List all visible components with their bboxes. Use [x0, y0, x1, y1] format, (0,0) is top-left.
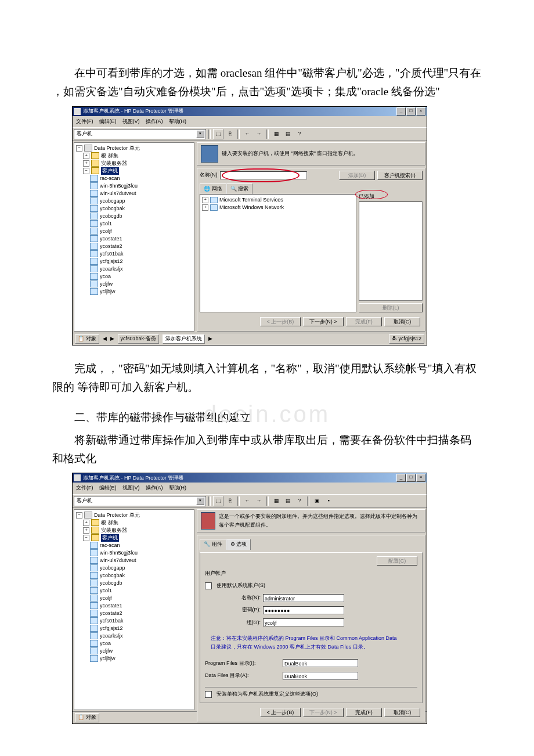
maximize-button[interactable]: □ — [406, 107, 416, 116]
toolbar-back-icon[interactable]: ← — [242, 129, 252, 139]
cancel-button[interactable]: 取消(C) — [384, 317, 420, 326]
program-files-input[interactable]: DualBook — [283, 659, 358, 667]
tree-client[interactable]: ycfs01bak — [100, 617, 124, 625]
finish-button[interactable]: 完成(F) — [346, 317, 382, 326]
context-dropdown[interactable]: 客户机 ▾ — [74, 129, 206, 139]
tree-client[interactable]: ycol1 — [100, 220, 112, 228]
tree-collapse-icon[interactable]: − — [83, 535, 89, 541]
menu-view[interactable]: 视图(V) — [122, 117, 140, 126]
tree-client[interactable]: ycobcgbak — [100, 572, 125, 579]
tree-expand-icon[interactable]: + — [202, 197, 208, 203]
toolbar-icon-4[interactable]: ▤ — [283, 496, 293, 506]
tree-collapse-icon[interactable]: − — [76, 512, 82, 519]
tree-collapse-icon[interactable]: − — [76, 145, 82, 152]
context-dropdown[interactable]: 客户机 ▾ — [74, 496, 206, 506]
tree-client[interactable]: rac-scan — [100, 542, 120, 549]
tree-client[interactable]: ycobcgapp — [100, 564, 125, 572]
tab-components[interactable]: 🔧 组件 — [200, 539, 226, 549]
tree-client[interactable]: win-5hn5cgj3fcu — [100, 182, 138, 190]
username-input[interactable]: administrator — [263, 594, 344, 602]
use-default-checkbox[interactable] — [205, 582, 212, 589]
tree-client[interactable]: ycfgjsjs12 — [100, 625, 123, 632]
tree-client[interactable]: ycostate1 — [100, 602, 122, 610]
tree-client[interactable]: ycljbjw — [100, 655, 116, 663]
tree-client[interactable]: ycoljf — [100, 595, 112, 602]
tab-options[interactable]: ⚙ 选项 — [226, 539, 251, 549]
status-nav-prev-icon[interactable]: ◀ — [103, 334, 107, 343]
tree-client[interactable]: win-5hn5cgj3fcu — [100, 549, 138, 557]
group-input[interactable]: ycoljf — [263, 618, 344, 627]
tree-client[interactable]: ycostate2 — [100, 610, 122, 617]
toolbar-icon-4[interactable]: ▤ — [283, 129, 293, 139]
status-tab-1[interactable]: ycfs01bak-备份 — [118, 334, 160, 344]
minimize-button[interactable]: _ — [396, 474, 406, 482]
menu-edit[interactable]: 编辑(E) — [99, 117, 117, 126]
maximize-button[interactable]: □ — [406, 474, 416, 482]
tree-client[interactable]: ycfs01bak — [100, 250, 124, 258]
toolbar-icon-5[interactable]: ? — [294, 129, 305, 139]
tree-group-clients[interactable]: 客户机 — [101, 534, 119, 542]
status-nav-next2-icon[interactable]: ▶ — [208, 334, 212, 343]
tree-client[interactable]: ycostate1 — [100, 235, 122, 243]
prev-button[interactable]: < 上一步(B) — [260, 317, 301, 326]
toolbar-icon-3[interactable]: ▦ — [271, 129, 282, 139]
add-button[interactable]: 添加(D) — [339, 171, 375, 180]
tree-client[interactable]: ycoa — [100, 273, 111, 280]
tree-client[interactable]: win-uls7dutveut — [100, 557, 136, 564]
tree-expand-icon[interactable]: + — [83, 527, 89, 534]
menu-file[interactable]: 文件(F) — [76, 117, 93, 126]
close-button[interactable]: × — [416, 107, 425, 116]
status-tab-2[interactable]: 添加客户机系统 — [163, 334, 205, 344]
tree-client[interactable]: ycljfw — [100, 280, 113, 288]
toolbar-icon-7[interactable]: ▪ — [323, 496, 334, 506]
menu-actions[interactable]: 操作(A) — [146, 117, 163, 126]
prev-button[interactable]: < 上一步(B) — [260, 708, 301, 717]
client-search-button[interactable]: 客户机搜索(I) — [377, 171, 423, 180]
minimize-button[interactable]: _ — [396, 107, 406, 116]
tree-expand-icon[interactable]: + — [83, 153, 89, 159]
toolbar-icon-5[interactable]: ? — [294, 496, 305, 506]
added-list[interactable] — [359, 201, 423, 301]
menu-help[interactable]: 帮助(H) — [169, 484, 187, 492]
repeat-options-checkbox[interactable] — [205, 691, 212, 698]
close-button[interactable]: × — [416, 474, 425, 482]
toolbar-icon-3[interactable]: ▦ — [271, 496, 282, 506]
toolbar-icon-2[interactable]: ⎘ — [225, 496, 235, 506]
menu-edit[interactable]: 编辑(E) — [99, 484, 117, 492]
tree-client[interactable]: ycoarksljx — [100, 632, 123, 640]
toolbar-fwd-icon[interactable]: → — [254, 129, 264, 139]
toolbar-fwd-icon[interactable]: → — [254, 496, 264, 506]
toolbar-icon-2[interactable]: ⎘ — [225, 129, 235, 139]
tree-client[interactable]: ycljbjw — [100, 288, 116, 296]
tree-collapse-icon[interactable]: − — [83, 168, 89, 174]
password-input[interactable]: ●●●●●●●● — [263, 606, 344, 614]
menu-file[interactable]: 文件(F) — [76, 484, 93, 492]
tree-client[interactable]: ycol1 — [100, 587, 112, 595]
tree-root[interactable]: Data Protector 单元 — [94, 145, 140, 152]
tree-group-root[interactable]: 根 群集 — [101, 152, 118, 160]
tab-network[interactable]: 🌐 网络 — [200, 183, 226, 194]
tree-group-root[interactable]: 根 群集 — [101, 519, 118, 527]
network-item[interactable]: Microsoft Terminal Services — [219, 196, 283, 204]
menu-view[interactable]: 视图(V) — [122, 484, 140, 492]
delete-button[interactable]: 删除(L) — [359, 303, 423, 312]
data-files-input[interactable]: DualBook — [283, 672, 358, 680]
tree-group-install[interactable]: 安装服务器 — [101, 527, 127, 534]
next-button[interactable]: 下一步(N) > — [303, 317, 344, 326]
tree-client[interactable]: ycobcgdb — [100, 213, 122, 220]
toolbar-icon-1[interactable]: ⬚ — [213, 129, 223, 139]
configure-button[interactable]: 配置(C) — [377, 556, 417, 566]
tree-client[interactable]: ycfgjsjs12 — [100, 258, 123, 265]
finish-button[interactable]: 完成(F) — [346, 708, 382, 717]
tree-client[interactable]: win-uls7dutveut — [100, 190, 136, 197]
tree-client[interactable]: ycobcgbak — [100, 205, 125, 213]
tree-client[interactable]: ycljfw — [100, 647, 113, 655]
tree-pane[interactable]: −Data Protector 单元 +根 群集 +安装服务器 −客户机 rac… — [74, 142, 194, 332]
network-item[interactable]: Microsoft Windows Network — [219, 204, 284, 211]
next-button[interactable]: 下一步(N) > — [303, 708, 344, 717]
status-nav-next-icon[interactable]: ▶ — [110, 334, 114, 343]
tree-client[interactable]: rac-scan — [100, 175, 120, 182]
tree-client[interactable]: ycobcgdb — [100, 579, 122, 587]
tree-client[interactable]: ycobcgapp — [100, 197, 125, 205]
tree-pane[interactable]: −Data Protector 单元 +根 群集 +安装服务器 −客户机 rac… — [74, 509, 194, 710]
